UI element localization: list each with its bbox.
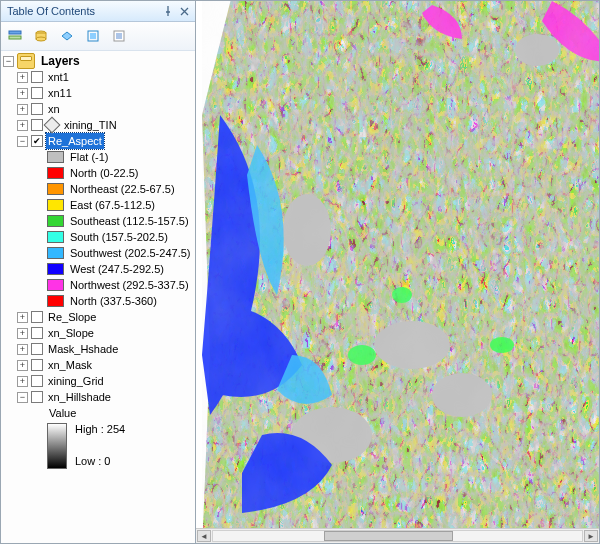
expand-toggle[interactable]: − — [3, 56, 14, 67]
horizontal-scrollbar[interactable]: ◄ ► — [196, 528, 599, 543]
layer-item[interactable]: −Re_Aspect — [3, 133, 195, 149]
layer-item[interactable]: +xn11 — [3, 85, 195, 101]
hillshade-high: High : 254 — [73, 421, 127, 437]
layer-item[interactable]: +Mask_Hshade — [3, 341, 195, 357]
hillshade-low: Low : 0 — [73, 453, 127, 469]
expand-toggle[interactable]: + — [17, 360, 28, 371]
expand-toggle[interactable]: + — [17, 120, 28, 131]
legend-swatch — [47, 199, 64, 211]
layer-tree[interactable]: − Layers +xnt1+xn11+xn+xining_TIN−Re_Asp… — [1, 51, 195, 543]
legend-label: North (337.5-360) — [68, 293, 159, 309]
map-canvas — [202, 1, 599, 543]
app-frame: Table Of Contents — [0, 0, 600, 544]
legend-swatch — [47, 167, 64, 179]
layer-item[interactable]: +xn — [3, 101, 195, 117]
scroll-thumb[interactable] — [324, 531, 453, 541]
legend-swatch — [47, 215, 64, 227]
scroll-right-button[interactable]: ► — [584, 530, 598, 542]
legend-label: Southwest (202.5-247.5) — [68, 245, 192, 261]
expand-toggle[interactable]: + — [17, 376, 28, 387]
options-icon[interactable] — [109, 26, 129, 46]
expand-toggle[interactable]: + — [17, 344, 28, 355]
layer-label[interactable]: xn — [46, 101, 62, 117]
svg-rect-0 — [9, 31, 21, 34]
legend-swatch — [47, 151, 64, 163]
visibility-checkbox[interactable] — [31, 135, 43, 147]
legend-item: Northeast (22.5-67.5) — [3, 181, 195, 197]
root-layers[interactable]: − Layers — [3, 53, 195, 69]
root-label: Layers — [39, 53, 82, 69]
aspect-raster — [202, 1, 599, 543]
legend-item: Southwest (202.5-247.5) — [3, 245, 195, 261]
hillshade-gradient: High : 254 Low : 0 — [3, 421, 195, 471]
visibility-checkbox[interactable] — [31, 87, 43, 99]
close-icon[interactable] — [177, 4, 191, 18]
visibility-checkbox[interactable] — [31, 375, 43, 387]
layer-item[interactable]: +Re_Slope — [3, 309, 195, 325]
layer-item[interactable]: +xining_Grid — [3, 373, 195, 389]
panel-titlebar[interactable]: Table Of Contents — [1, 1, 195, 22]
svg-rect-1 — [9, 36, 21, 39]
panel-title-text: Table Of Contents — [7, 1, 95, 21]
list-by-visibility-icon[interactable] — [57, 26, 77, 46]
layer-label[interactable]: Re_Aspect — [46, 133, 104, 149]
scroll-track[interactable] — [212, 530, 583, 542]
expand-toggle[interactable]: + — [17, 72, 28, 83]
list-by-source-icon[interactable] — [31, 26, 51, 46]
expand-toggle[interactable]: + — [17, 88, 28, 99]
legend-swatch — [47, 247, 64, 259]
layer-label[interactable]: Re_Slope — [46, 309, 98, 325]
legend-item: Flat (-1) — [3, 149, 195, 165]
legend-label: North (0-22.5) — [68, 165, 140, 181]
visibility-checkbox[interactable] — [31, 391, 43, 403]
legend-label: Northwest (292.5-337.5) — [68, 277, 191, 293]
visibility-checkbox[interactable] — [31, 311, 43, 323]
legend-label: Flat (-1) — [68, 149, 111, 165]
expand-toggle[interactable]: − — [17, 136, 28, 147]
layer-item[interactable]: +xn_Mask — [3, 357, 195, 373]
visibility-checkbox[interactable] — [31, 103, 43, 115]
visibility-checkbox[interactable] — [31, 71, 43, 83]
expand-toggle[interactable]: + — [17, 104, 28, 115]
legend-label: West (247.5-292.5) — [68, 261, 166, 277]
svg-marker-5 — [62, 32, 72, 40]
visibility-checkbox[interactable] — [31, 359, 43, 371]
layer-item[interactable]: +xining_TIN — [3, 117, 195, 133]
expand-toggle[interactable]: − — [17, 392, 28, 403]
visibility-checkbox[interactable] — [31, 119, 43, 131]
expand-toggle[interactable]: + — [17, 312, 28, 323]
layers-icon — [17, 53, 35, 69]
layer-item[interactable]: −xn_Hillshade — [3, 389, 195, 405]
layer-item[interactable]: +xnt1 — [3, 69, 195, 85]
list-by-selection-icon[interactable] — [83, 26, 103, 46]
layer-item[interactable]: +xn_Slope — [3, 325, 195, 341]
list-by-drawing-order-icon[interactable] — [5, 26, 25, 46]
visibility-checkbox[interactable] — [31, 327, 43, 339]
expand-toggle[interactable]: + — [17, 328, 28, 339]
legend-swatch — [47, 295, 64, 307]
gradient-swatch — [47, 423, 67, 469]
layer-label[interactable]: xn_Mask — [46, 357, 94, 373]
layer-label[interactable]: xn_Slope — [46, 325, 96, 341]
toc-panel: Table Of Contents — [1, 1, 196, 543]
legend-label: Northeast (22.5-67.5) — [68, 181, 177, 197]
layer-label[interactable]: Mask_Hshade — [46, 341, 120, 357]
map-viewport[interactable]: ◄ ► — [196, 1, 599, 543]
layer-label[interactable]: xining_TIN — [62, 117, 119, 133]
legend-swatch — [47, 183, 64, 195]
visibility-checkbox[interactable] — [31, 343, 43, 355]
tin-icon — [44, 117, 61, 134]
panel-toolbar — [1, 22, 195, 51]
legend-swatch — [47, 279, 64, 291]
legend-item: Northwest (292.5-337.5) — [3, 277, 195, 293]
layer-label[interactable]: xining_Grid — [46, 373, 106, 389]
legend-label: Southeast (112.5-157.5) — [68, 213, 191, 229]
legend-item: South (157.5-202.5) — [3, 229, 195, 245]
legend-item: North (337.5-360) — [3, 293, 195, 309]
pin-icon[interactable] — [161, 4, 175, 18]
layer-label[interactable]: xn_Hillshade — [46, 389, 113, 405]
layer-label[interactable]: xn11 — [46, 85, 74, 101]
legend-label: East (67.5-112.5) — [68, 197, 157, 213]
scroll-left-button[interactable]: ◄ — [197, 530, 211, 542]
layer-label[interactable]: xnt1 — [46, 69, 71, 85]
